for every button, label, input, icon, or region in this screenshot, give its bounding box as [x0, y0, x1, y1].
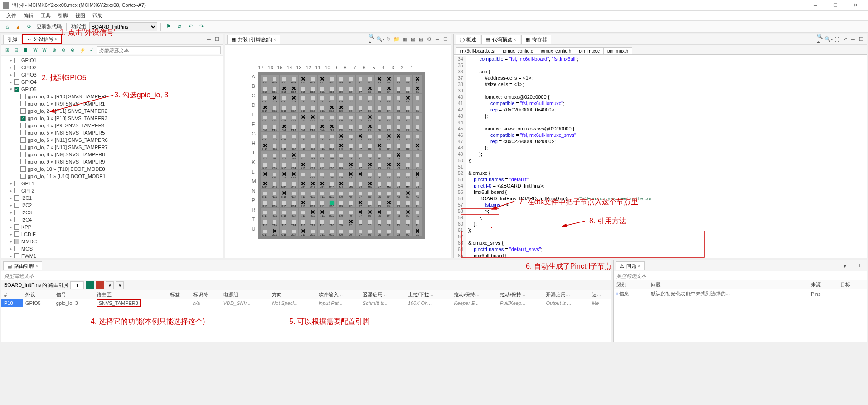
pkg-pad[interactable]: F7: [356, 122, 365, 131]
fit-icon[interactable]: ⛶: [833, 36, 840, 43]
tree-group-gpio3[interactable]: ▸GPIO3: [1, 71, 223, 78]
pkg-pad[interactable]: M14: [289, 179, 298, 188]
pkg-pad[interactable]: F1: [413, 122, 422, 131]
pkg-pad[interactable]: K2: [403, 160, 412, 169]
down-button[interactable]: ∨: [116, 281, 124, 289]
pkg-pad[interactable]: F3: [394, 122, 403, 131]
pkg-pad[interactable]: G12: [308, 132, 317, 141]
tab-registers[interactable]: ▦寄存器: [521, 35, 551, 44]
pkg-pad[interactable]: H5: [375, 141, 384, 150]
tree-group-mqs[interactable]: ▸MQS: [1, 245, 223, 252]
pkg-pad[interactable]: B12: [308, 84, 317, 93]
pkg-pad[interactable]: G16: [270, 132, 279, 141]
pkg-pad[interactable]: H9: [337, 141, 346, 150]
filter-icon[interactable]: ▼: [841, 262, 849, 270]
pkg-pad[interactable]: D10: [327, 103, 336, 112]
pkg-pad[interactable]: J10: [327, 151, 336, 160]
pkg-pad[interactable]: E9: [337, 113, 346, 122]
table-row[interactable]: P10 GPIO5 gpio_io, 3 SNVS_TAMPER3 n/a VD…: [1, 299, 611, 307]
minimize-panel-icon[interactable]: ─: [205, 36, 213, 43]
close-button[interactable]: ✕: [845, 0, 865, 10]
pkg-pad[interactable]: F4: [384, 122, 393, 131]
pkg-pad[interactable]: F15: [280, 122, 289, 131]
tab-code-preview[interactable]: ▤代码预览×: [481, 35, 520, 44]
pkg-pad[interactable]: N7: [356, 189, 365, 198]
pkg-pad[interactable]: H12: [308, 141, 317, 150]
code-file-tab[interactable]: pin_mux.c: [575, 47, 604, 54]
link3-icon[interactable]: ⊘: [68, 46, 77, 54]
problems-filter-input[interactable]: [614, 271, 867, 280]
settings-icon[interactable]: ⚙: [426, 36, 433, 43]
col-header[interactable]: 外设: [23, 290, 53, 299]
pkg-pad[interactable]: T16: [270, 217, 279, 227]
zoom-out-icon[interactable]: 🔍-: [825, 36, 832, 43]
maximize-button[interactable]: ☐: [825, 0, 845, 10]
pkg-pad[interactable]: C8: [346, 94, 355, 103]
tree-group-gpio5[interactable]: ▾✓GPIO5: [1, 86, 223, 93]
pkg-pad[interactable]: P9: [337, 198, 346, 207]
pkg-pad[interactable]: C10: [327, 94, 336, 103]
close-icon[interactable]: ×: [514, 37, 516, 42]
pkg-pad[interactable]: G9: [337, 132, 346, 141]
pkg-pad[interactable]: E14: [289, 113, 298, 122]
pkg-pad[interactable]: T13: [299, 217, 308, 227]
col-header[interactable]: 拉动/保持...: [451, 290, 497, 299]
pkg-pad[interactable]: N9: [337, 189, 346, 198]
pkg-pad[interactable]: M2: [403, 179, 412, 188]
pkg-pad[interactable]: B7: [356, 84, 365, 93]
pkg-pad[interactable]: H17: [261, 141, 270, 150]
pkg-pad[interactable]: N14: [289, 189, 298, 198]
col-header[interactable]: 软件输入...: [316, 290, 360, 299]
pkg-pad[interactable]: R16: [270, 208, 279, 217]
pkg-pad[interactable]: M13: [299, 179, 308, 188]
pkg-pad[interactable]: G2: [403, 132, 412, 141]
pkg-pad[interactable]: D3: [394, 103, 403, 112]
pkg-pad[interactable]: U16: [270, 227, 279, 236]
pkg-pad[interactable]: L8: [346, 170, 355, 179]
minimize-panel-icon[interactable]: ─: [434, 36, 441, 43]
pkg-pad[interactable]: F17: [261, 122, 270, 131]
pkg-pad[interactable]: K9: [337, 160, 346, 169]
pkg-pad[interactable]: P6: [365, 198, 374, 207]
pkg-pad[interactable]: H10: [327, 141, 336, 150]
col-header[interactable]: 标识符: [190, 290, 221, 299]
pkg-pad[interactable]: G1: [413, 132, 422, 141]
pkg-pad[interactable]: P7: [356, 198, 365, 207]
pkg-pad[interactable]: F11: [318, 122, 327, 131]
pkg-pad[interactable]: U9: [337, 227, 346, 236]
pkg-pad[interactable]: D4: [384, 103, 393, 112]
pkg-pad[interactable]: F14: [289, 122, 298, 131]
tree-item[interactable]: gpio_io, 2 » [P11] SNVS_TAMPER2: [1, 107, 223, 115]
pkg-pad[interactable]: B16: [270, 84, 279, 93]
route-count-input[interactable]: [70, 281, 84, 289]
minimize-panel-icon[interactable]: ─: [849, 36, 857, 43]
pkg-pad[interactable]: H1: [413, 141, 422, 150]
pkg-pad[interactable]: K5: [375, 160, 384, 169]
grid2-icon[interactable]: ▧: [409, 36, 417, 43]
pkg-pad[interactable]: J11: [318, 151, 327, 160]
pkg-pad[interactable]: R1: [413, 208, 422, 217]
pkg-pad[interactable]: U6: [365, 227, 374, 236]
pkg-pad[interactable]: R8: [346, 208, 355, 217]
pkg-pad[interactable]: M7: [356, 179, 365, 188]
pkg-pad[interactable]: C12: [308, 94, 317, 103]
pkg-pad[interactable]: M10: [327, 179, 336, 188]
pkg-pad[interactable]: E7: [356, 113, 365, 122]
update-src-label[interactable]: 更新源代码: [35, 23, 63, 30]
problems-table[interactable]: 级别问题来源目标 i 信息 默认的初始化功能中未找到选择的... Pins: [614, 280, 867, 298]
pkg-pad[interactable]: T2: [403, 217, 412, 227]
pkg-pad[interactable]: L9: [337, 170, 346, 179]
pkg-pad[interactable]: G5: [375, 132, 384, 141]
pkg-pad[interactable]: A13: [299, 75, 308, 84]
pkg-pad[interactable]: A3: [394, 75, 403, 84]
fn-group-select[interactable]: BOARD_InitPins: [89, 22, 157, 31]
code-file-tab[interactable]: iomux_config.h: [537, 47, 575, 54]
tree-item[interactable]: gpio_io, 4 » [P9] SNVS_TAMPER4: [1, 122, 223, 129]
pkg-pad[interactable]: E4: [384, 113, 393, 122]
up-button[interactable]: ∧: [106, 281, 114, 289]
pkg-pad[interactable]: E1: [413, 113, 422, 122]
zoom-in-icon[interactable]: 🔍+: [817, 36, 824, 43]
pkg-pad[interactable]: C5: [375, 94, 384, 103]
pkg-pad[interactable]: C16: [270, 94, 279, 103]
tree-item[interactable]: gpio_io, 0 » [R10] SNVS_TAMPER0: [1, 93, 223, 100]
